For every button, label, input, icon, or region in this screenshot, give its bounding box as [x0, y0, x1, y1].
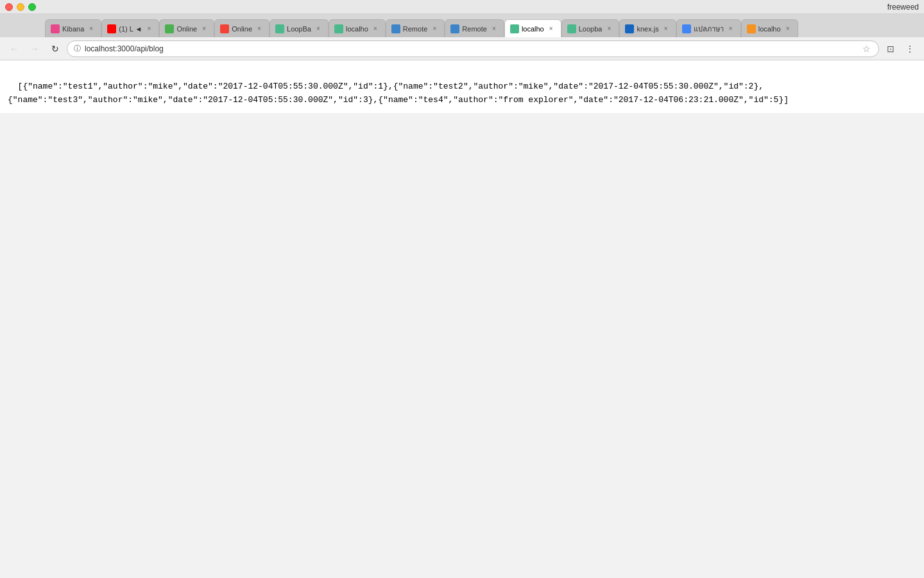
refresh-button[interactable]: ↻ — [46, 40, 64, 58]
tab-favicon-4 — [275, 24, 284, 33]
tab-label-6: Remote — [403, 25, 428, 33]
tab-10[interactable]: knex.js× — [619, 19, 676, 37]
tab-label-4: LoopBa — [287, 25, 311, 33]
tab-favicon-8 — [510, 24, 519, 33]
tab-favicon-10 — [625, 24, 634, 33]
title-bar-user: freeweed — [887, 3, 919, 12]
tab-close-11[interactable]: × — [726, 24, 735, 33]
close-button[interactable] — [5, 3, 13, 11]
title-bar: freeweed — [0, 0, 924, 14]
tab-close-9[interactable]: × — [604, 24, 613, 33]
tab-label-8: localho — [522, 25, 544, 33]
tab-1[interactable]: (1) L ◄× — [101, 19, 159, 37]
minimize-button[interactable] — [17, 3, 24, 11]
tab-3[interactable]: Online× — [214, 19, 270, 37]
tab-close-6[interactable]: × — [430, 24, 439, 33]
tab-favicon-7 — [450, 24, 459, 33]
tab-label-3: Online — [232, 25, 252, 33]
tab-favicon-6 — [391, 24, 400, 33]
tab-label-10: knex.js — [637, 25, 658, 33]
forward-button[interactable]: → — [26, 40, 44, 58]
tab-bar: Kibana×(1) L ◄×Online×Online×LoopBa×loca… — [0, 14, 924, 37]
tab-label-7: Remote — [462, 25, 487, 33]
menu-button[interactable]: ⋮ — [901, 40, 919, 58]
tab-close-5[interactable]: × — [371, 24, 380, 33]
tab-favicon-11 — [682, 24, 691, 33]
back-button[interactable]: ← — [5, 40, 23, 58]
tab-favicon-0 — [51, 24, 60, 33]
tab-5[interactable]: localho× — [329, 19, 386, 37]
tab-favicon-9 — [567, 24, 576, 33]
tab-0[interactable]: Kibana× — [45, 19, 101, 37]
tab-label-0: Kibana — [62, 25, 84, 33]
address-bar-container: ⓘ ☆ — [67, 40, 879, 57]
tab-close-3[interactable]: × — [255, 24, 264, 33]
tab-label-12: localho — [758, 25, 781, 33]
tab-label-1: (1) L ◄ — [119, 25, 142, 33]
tab-label-5: localho — [346, 25, 368, 33]
tab-label-11: แปลภาษา — [694, 23, 724, 35]
tab-close-7[interactable]: × — [490, 24, 499, 33]
maximize-button[interactable] — [28, 3, 36, 11]
tab-6[interactable]: Remote× — [386, 19, 445, 37]
toolbar: ← → ↻ ⓘ ☆ ⊡ ⋮ — [0, 37, 924, 60]
tab-4[interactable]: LoopBa× — [270, 19, 329, 37]
cast-button[interactable]: ⊡ — [882, 40, 900, 58]
tab-label-2: Online — [176, 25, 197, 33]
json-content: [{"name":"test1","author":"mike","date":… — [8, 82, 789, 105]
tab-favicon-12 — [747, 24, 756, 33]
tab-close-2[interactable]: × — [200, 24, 209, 33]
toolbar-right: ⊡ ⋮ — [882, 40, 919, 58]
tab-close-12[interactable]: × — [783, 24, 792, 33]
tab-favicon-1 — [107, 24, 116, 33]
tab-2[interactable]: Online× — [159, 19, 214, 37]
tab-close-4[interactable]: × — [314, 24, 323, 33]
tab-8[interactable]: localho× — [504, 19, 561, 37]
tab-favicon-5 — [334, 24, 343, 33]
tab-11[interactable]: แปลภาษา× — [676, 19, 741, 37]
tab-close-10[interactable]: × — [662, 24, 671, 33]
tab-close-0[interactable]: × — [87, 24, 96, 33]
tab-7[interactable]: Remote× — [445, 19, 504, 37]
tab-favicon-2 — [165, 24, 174, 33]
tab-label-9: Loopba — [579, 25, 603, 33]
tab-12[interactable]: localho× — [741, 19, 798, 37]
window-controls — [5, 3, 36, 11]
address-bar[interactable] — [85, 44, 857, 53]
content-area: [{"name":"test1","author":"mike","date":… — [0, 60, 924, 113]
tab-favicon-3 — [220, 24, 229, 33]
tab-9[interactable]: Loopba× — [561, 19, 620, 37]
tab-close-8[interactable]: × — [547, 24, 556, 33]
lock-icon: ⓘ — [74, 44, 81, 53]
tab-close-1[interactable]: × — [144, 24, 153, 33]
bookmark-button[interactable]: ☆ — [861, 42, 872, 55]
